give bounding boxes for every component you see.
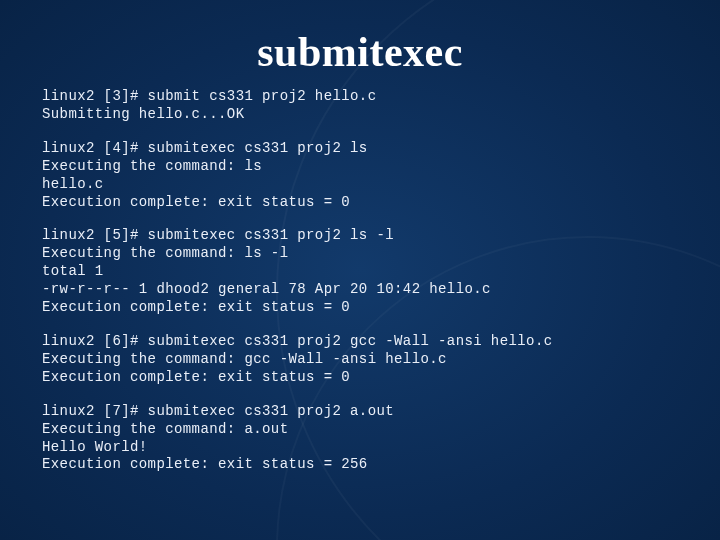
terminal-block: linux2 [4]# submitexec cs331 proj2 ls Ex… [42,140,678,212]
slide: submitexec linux2 [3]# submit cs331 proj… [0,0,720,540]
terminal-block: linux2 [3]# submit cs331 proj2 hello.c S… [42,88,678,124]
terminal-block: linux2 [6]# submitexec cs331 proj2 gcc -… [42,333,678,387]
terminal-block: linux2 [5]# submitexec cs331 proj2 ls -l… [42,227,678,317]
slide-title: submitexec [42,28,678,76]
terminal-block: linux2 [7]# submitexec cs331 proj2 a.out… [42,403,678,475]
